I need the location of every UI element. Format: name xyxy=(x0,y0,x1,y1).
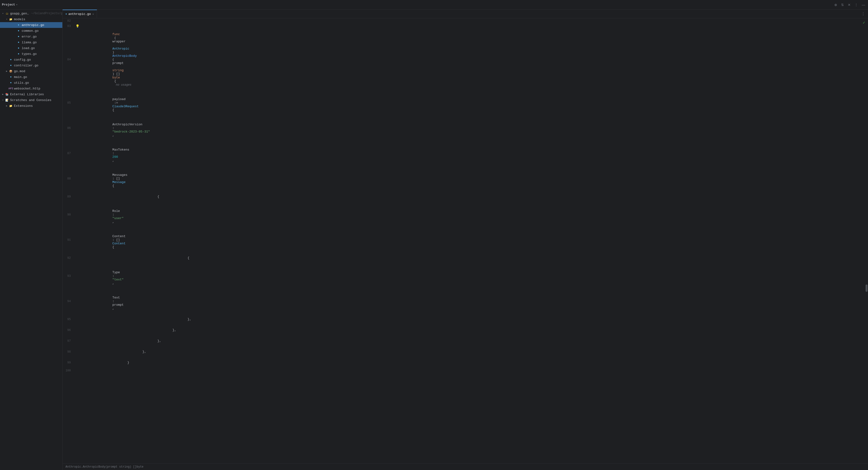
sidebar-item-external-libraries[interactable]: ▶ 📚 External Libraries xyxy=(0,91,62,97)
sidebar-item-go-mod[interactable]: ▶ 📦 go.mod xyxy=(0,68,62,74)
code-line-87: 87 MaxTokens : 200 , xyxy=(63,141,868,166)
line-number: 95 xyxy=(63,314,74,325)
code-param: Content xyxy=(113,235,126,238)
line-code: } xyxy=(81,357,868,368)
code-line-96: 96 }, xyxy=(63,325,868,336)
code-plain: { xyxy=(113,108,114,112)
tab-anthropic-go[interactable]: ● anthropic.go ✕ xyxy=(63,10,97,18)
go-file-icon: ● xyxy=(9,58,13,62)
line-gutter xyxy=(74,191,81,202)
arrow-icon: ▾ xyxy=(1,12,5,15)
bulb-icon[interactable]: 💡 xyxy=(75,25,80,28)
sidebar-item-llama-go[interactable]: ● llama.go xyxy=(0,39,62,45)
line-number: 97 xyxy=(63,336,74,346)
scrollbar-thumb[interactable] xyxy=(866,284,868,292)
code-line-85: 85 payload := Claude3Request { xyxy=(63,90,868,115)
line-gutter xyxy=(74,357,81,368)
sidebar-item-websocket-http[interactable]: API websocket.http xyxy=(0,86,62,91)
code-plain: , xyxy=(113,159,114,162)
code-plain: : xyxy=(113,213,116,216)
code-param: Text xyxy=(113,296,120,299)
sidebar-item-label: controller.go xyxy=(14,64,62,67)
more-options-button[interactable]: ⋮ xyxy=(854,2,859,7)
arrow-icon: ▾ xyxy=(5,18,9,21)
sidebar-item-scratches[interactable]: ▾ 📝 Scratches and Consoles xyxy=(0,97,62,103)
sidebar-item-label: common.go xyxy=(22,29,62,33)
sidebar-item-extensions[interactable]: ▶ 📁 Extensions xyxy=(0,103,62,109)
sidebar-item-models[interactable]: ▾ 📁 models xyxy=(0,16,62,22)
line-number: 92 xyxy=(63,253,74,263)
project-label[interactable]: Project ▾ xyxy=(2,3,18,6)
code-plain xyxy=(113,94,127,97)
code-no-usages: no usages xyxy=(113,83,131,87)
sidebar-item-label: goapp_genai xyxy=(10,12,30,15)
project-chevron: ▾ xyxy=(16,3,18,6)
file-status-check: ✓ xyxy=(863,20,865,25)
sidebar-item-utils-go[interactable]: ● utils.go xyxy=(0,80,62,86)
sidebar-item-anthropic-go[interactable]: ● anthropic.go xyxy=(0,22,62,28)
sidebar-item-error-go[interactable]: ● error.go xyxy=(0,34,62,39)
sidebar-item-label: error.go xyxy=(22,35,62,38)
sidebar-item-controller-go[interactable]: ● controller.go xyxy=(0,63,62,68)
code-plain: }, xyxy=(113,328,176,332)
code-plain: : xyxy=(113,274,116,278)
sidebar-item-goapp-genai[interactable]: ▾ 🗂 goapp_genai ~/GolandProjects/g xyxy=(0,10,62,16)
line-number: 93 xyxy=(63,263,74,289)
code-plain: : xyxy=(113,152,129,155)
folder-icon-blue: 📁 xyxy=(9,17,13,22)
code-plain: } xyxy=(113,361,129,364)
code-line-83: 83 💡 xyxy=(63,24,868,29)
line-code: Role : "user" , xyxy=(81,202,868,227)
line-number: 96 xyxy=(63,325,74,336)
code-string: "bedrock-2023-05-31" xyxy=(113,130,150,134)
tab-file-icon: ● xyxy=(65,13,67,15)
code-type: Message xyxy=(113,180,126,184)
minimize-button[interactable]: — xyxy=(861,2,866,7)
sidebar-item-load-go[interactable]: ● load.go xyxy=(0,45,62,51)
code-line-94: 94 Text : prompt , xyxy=(63,289,868,314)
line-code: AnthropicVersion : "bedrock-2023-05-31" … xyxy=(81,115,868,141)
go-file-icon: ● xyxy=(17,46,21,50)
line-gutter xyxy=(74,368,81,373)
code-param: Messages xyxy=(113,173,127,177)
line-gutter xyxy=(74,325,81,336)
editor-settings-button[interactable]: ⋮ xyxy=(858,11,868,16)
code-type: Content xyxy=(113,242,126,245)
line-code xyxy=(81,368,868,373)
code-line-89: 89 { xyxy=(63,191,868,202)
main-layout: ▾ 🗂 goapp_genai ~/GolandProjects/g ▾ 📁 m… xyxy=(0,10,868,470)
close-project-button[interactable]: ✕ xyxy=(847,2,851,7)
line-code: payload := Claude3Request { xyxy=(81,90,868,115)
add-button[interactable]: ⊕ xyxy=(833,2,838,7)
line-gutter xyxy=(74,227,81,253)
code-plain: { xyxy=(113,195,159,198)
top-bar: Project ▾ ⊕ ⇅ ✕ ⋮ — xyxy=(0,0,868,10)
code-line-92: 92 { xyxy=(63,253,868,263)
line-number: 91 xyxy=(63,227,74,253)
folder-icon: 📁 xyxy=(9,104,13,108)
code-number: 200 xyxy=(113,155,118,159)
code-plain: { xyxy=(113,256,189,260)
sidebar-item-types-go[interactable]: ● types.go xyxy=(0,51,62,57)
line-number: 84 xyxy=(63,29,74,90)
tab-close-button[interactable]: ✕ xyxy=(92,12,94,15)
sidebar: ▾ 🗂 goapp_genai ~/GolandProjects/g ▾ 📁 m… xyxy=(0,10,63,470)
code-plain: : [] xyxy=(113,238,120,242)
code-plain: ) [] xyxy=(113,72,120,76)
sidebar-item-main-go[interactable]: ● main.go xyxy=(0,74,62,80)
line-number: 90 xyxy=(63,202,74,227)
sidebar-item-config-go[interactable]: ● config.go xyxy=(0,57,62,63)
sidebar-item-common-go[interactable]: ● common.go xyxy=(0,28,62,34)
code-line-82: 82 xyxy=(63,18,868,24)
nav-updown-button[interactable]: ⇅ xyxy=(840,2,845,7)
code-plain: }, xyxy=(113,339,161,343)
code-plain xyxy=(113,206,173,209)
go-file-icon: ● xyxy=(17,34,21,39)
code-line-84: 84 func ( wrapper Anthropic ) AnthropicB… xyxy=(63,29,868,90)
code-plain: : xyxy=(113,126,116,130)
project-text: Project xyxy=(2,3,15,6)
line-code: { xyxy=(81,253,868,263)
editor-content[interactable]: ✓ 82 83 💡 xyxy=(63,18,868,463)
code-param: prompt xyxy=(113,61,124,65)
ext-lib-icon: 📚 xyxy=(5,92,9,96)
